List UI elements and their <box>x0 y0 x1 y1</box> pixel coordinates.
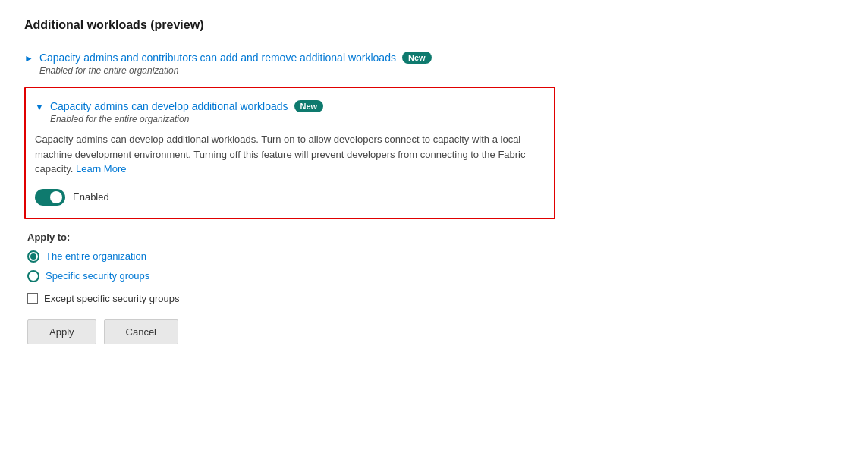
apply-to-label: Apply to: <box>27 231 844 243</box>
toggle-label: Enabled <box>73 191 109 203</box>
workload-2-subtitle: Enabled for the entire organization <box>50 114 323 124</box>
workload-1-subtitle: Enabled for the entire organization <box>39 65 432 76</box>
except-groups-checkbox[interactable] <box>27 293 38 304</box>
learn-more-link[interactable]: Learn More <box>76 163 126 175</box>
toggle-row: Enabled <box>35 189 542 206</box>
workload-2-description: Capacity admins can develop additional w… <box>35 132 542 177</box>
radio-specific-groups-label: Specific security groups <box>46 270 149 282</box>
apply-to-section: Apply to: The entire organization Specif… <box>27 231 844 344</box>
apply-button[interactable]: Apply <box>27 319 96 344</box>
radio-entire-org-input[interactable] <box>27 250 39 263</box>
chevron-down-icon: ▼ <box>35 102 44 112</box>
radio-specific-groups[interactable]: Specific security groups <box>27 270 844 282</box>
workload-1-header: Capacity admins and contributors can add… <box>39 52 432 76</box>
except-groups-checkbox-row[interactable]: Except specific security groups <box>27 293 844 304</box>
radio-entire-org-label: The entire organization <box>46 250 146 262</box>
cancel-button[interactable]: Cancel <box>104 319 178 344</box>
section-divider <box>24 363 449 363</box>
chevron-right-icon: ► <box>24 53 33 64</box>
workload-2-title: Capacity admins can develop additional w… <box>50 100 288 112</box>
radio-specific-groups-input[interactable] <box>27 270 39 282</box>
workload-expanded-section: ▼ Capacity admins can develop additional… <box>24 87 555 219</box>
workload-1-badge: New <box>402 52 432 64</box>
workload-1-title: Capacity admins and contributors can add… <box>39 52 396 64</box>
enabled-toggle[interactable] <box>35 189 65 206</box>
radio-group: The entire organization Specific securit… <box>27 250 844 282</box>
workload-2-badge: New <box>294 100 324 112</box>
workload-item-1[interactable]: ► Capacity admins and contributors can a… <box>24 47 844 80</box>
radio-entire-org[interactable]: The entire organization <box>27 250 844 263</box>
workload-item-2[interactable]: ▼ Capacity admins can develop additional… <box>35 100 542 124</box>
workload-2-header: Capacity admins can develop additional w… <box>50 100 323 124</box>
button-row: Apply Cancel <box>27 319 844 344</box>
page-title: Additional workloads (preview) <box>24 18 844 32</box>
except-groups-label: Except specific security groups <box>44 293 179 304</box>
